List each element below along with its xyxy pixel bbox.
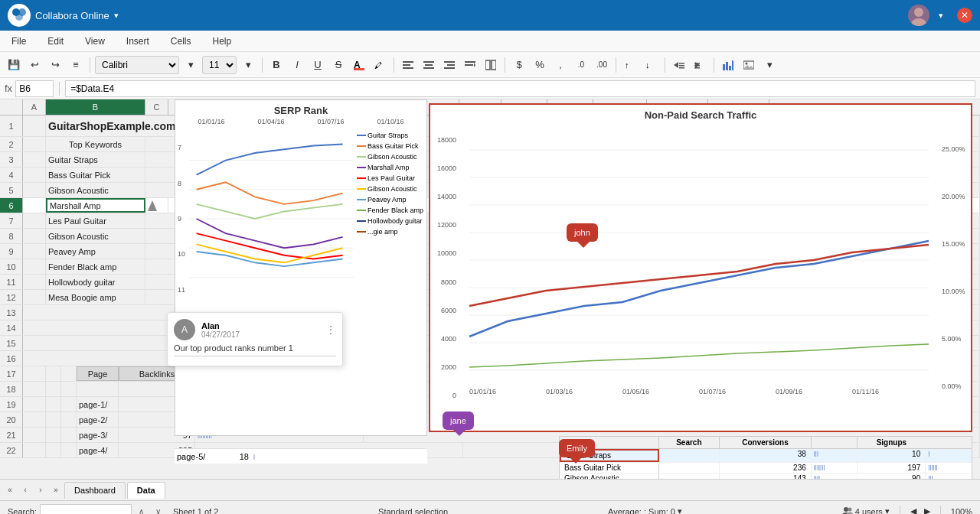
cell-a10[interactable] — [23, 259, 46, 274]
menu-file[interactable]: File — [8, 34, 30, 48]
cell-a6[interactable] — [23, 198, 46, 213]
cell-b10[interactable]: Fender Black amp — [46, 259, 145, 274]
row-num-6[interactable]: 6 — [0, 198, 23, 213]
formula-input[interactable] — [65, 80, 975, 97]
row-num-7[interactable]: 7 — [0, 213, 23, 228]
cell-a12[interactable] — [23, 290, 46, 304]
col-header-i[interactable]: I — [375, 99, 417, 115]
nav-prev-sheet[interactable]: ‹ — [18, 483, 32, 497]
col-header-p[interactable]: P — [708, 99, 769, 115]
user-avatar[interactable] — [908, 5, 929, 26]
users-dropdown-icon[interactable]: ▾ — [885, 506, 890, 514]
cell-a18[interactable] — [23, 382, 46, 396]
cell-b12[interactable]: Mesa Boogie amp — [46, 290, 145, 304]
cell-c21[interactable] — [61, 428, 77, 442]
row-num-12[interactable]: 12 — [0, 290, 23, 304]
percent-button[interactable]: % — [531, 56, 549, 74]
align-right-button[interactable] — [440, 56, 459, 74]
indent-less-button[interactable] — [670, 56, 688, 74]
cell-f18[interactable] — [195, 382, 237, 396]
font-selector[interactable]: Calibri — [95, 56, 179, 74]
cell-a17[interactable] — [23, 366, 46, 381]
cell-f19[interactable]: ||| — [195, 397, 237, 412]
row-num-18[interactable]: 18 — [0, 382, 23, 396]
cell-a8[interactable] — [23, 229, 46, 243]
row-num-14[interactable]: 14 — [0, 320, 23, 335]
cell-d1[interactable]: 1/1/2016 - 12/31/2016 — [214, 115, 337, 136]
cell-a22[interactable] — [23, 443, 46, 457]
cell-d18[interactable] — [77, 382, 119, 396]
sort-desc-button[interactable]: ↓ — [642, 56, 660, 74]
cell-b11[interactable]: Hollowbody guitar — [46, 275, 145, 289]
cell-b6[interactable]: Marshall Amp — [46, 198, 145, 213]
cell-c18[interactable] — [61, 382, 77, 396]
search-prev-button[interactable]: ∧ — [135, 505, 149, 515]
cell-b5[interactable]: Gibson Acoustic — [46, 183, 145, 197]
cell-e22[interactable]: 285 — [119, 443, 195, 457]
sort-asc-button[interactable]: ↑ — [621, 56, 639, 74]
cell-reference-input[interactable] — [15, 80, 54, 97]
cell-c20[interactable] — [61, 412, 77, 427]
cell-c19[interactable] — [61, 397, 77, 412]
cell-f17[interactable] — [195, 366, 237, 381]
col-header-b[interactable]: B — [46, 99, 145, 115]
row-num-20[interactable]: 20 — [0, 412, 23, 427]
col-header-k[interactable]: K — [459, 99, 501, 115]
cell-h17[interactable]: URLs — [299, 366, 345, 381]
cell-c22[interactable] — [61, 443, 77, 457]
col-header-m[interactable]: M — [547, 99, 593, 115]
row-num-2[interactable]: 2 — [0, 137, 23, 151]
tab-dashboard[interactable]: Dashboard — [64, 482, 126, 499]
align-center-button[interactable] — [420, 56, 438, 74]
row-num-3[interactable]: 3 — [0, 152, 23, 167]
cell-f22[interactable]: |||||||||||||||||||||||||||||||| — [195, 443, 463, 457]
menu-view[interactable]: View — [81, 34, 109, 48]
highlight-button[interactable]: 🖍 — [371, 56, 389, 74]
col-header-o[interactable]: O — [647, 99, 708, 115]
row-num-17[interactable]: 17 — [0, 366, 23, 381]
cell-e17[interactable]: Backlinks — [119, 366, 195, 381]
cell-b18[interactable] — [46, 382, 61, 396]
row-num-8[interactable]: 8 — [0, 229, 23, 243]
cell-e20[interactable]: 79 — [119, 412, 195, 427]
redo-button[interactable]: ↪ — [46, 56, 64, 74]
cell-b1[interactable]: GuitarShopExample.com — [46, 115, 214, 136]
cell-e19[interactable]: 30 — [119, 397, 195, 412]
cell-d21[interactable]: page-3/ — [77, 428, 119, 442]
row-num-10[interactable]: 10 — [0, 259, 23, 274]
font-dropdown[interactable]: ▾ — [181, 56, 200, 74]
strikethrough-button[interactable]: S — [329, 56, 348, 74]
row-num-11[interactable]: 11 — [0, 275, 23, 289]
font-size-dropdown[interactable]: ▾ — [239, 56, 257, 74]
indent-more-button[interactable] — [691, 56, 709, 74]
col-header-e[interactable]: E — [207, 99, 249, 115]
cell-d17[interactable]: Page — [77, 366, 119, 381]
col-header-n[interactable]: N — [593, 99, 647, 115]
col-header-a[interactable]: A — [23, 99, 46, 115]
cell-b17[interactable] — [46, 366, 61, 381]
menu-insert[interactable]: Insert — [122, 34, 153, 48]
align-left-button[interactable] — [399, 56, 417, 74]
decimal-inc-button[interactable]: .0 — [572, 56, 590, 74]
cell-a2[interactable] — [23, 137, 46, 151]
close-button[interactable]: ✕ — [957, 8, 972, 23]
row-num-15[interactable]: 15 — [0, 336, 23, 350]
merge-cells-button[interactable] — [482, 56, 500, 74]
cell-b2[interactable]: Top Keywords — [46, 137, 145, 151]
scroll-right-button[interactable]: ▶ — [924, 506, 930, 514]
nav-first-sheet[interactable]: « — [3, 483, 17, 497]
cell-a20[interactable] — [23, 412, 46, 427]
cell-e21[interactable]: 97 — [119, 428, 195, 442]
row-num-19[interactable]: 19 — [0, 397, 23, 412]
cell-h18[interactable]: 637 — [299, 382, 345, 396]
users-button[interactable]: 4 users ▾ — [842, 506, 890, 515]
row-num-5[interactable]: 5 — [0, 183, 23, 197]
cell-d19[interactable]: page-1/ — [77, 397, 119, 412]
search-next-button[interactable]: ∨ — [152, 505, 165, 515]
format-button[interactable]: ≡ — [67, 56, 85, 74]
cell-b21[interactable] — [46, 428, 61, 442]
cell-c6[interactable] — [145, 198, 168, 213]
thousands-button[interactable]: , — [551, 56, 570, 74]
cell-a21[interactable] — [23, 428, 46, 442]
row-num-9[interactable]: 9 — [0, 244, 23, 259]
